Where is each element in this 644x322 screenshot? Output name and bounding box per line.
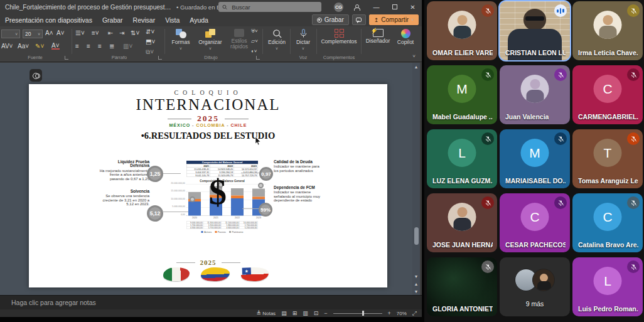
change-case-button[interactable]: Aa˅: [18, 43, 29, 50]
scroll-down-arrow[interactable]: ▼: [412, 272, 420, 280]
avatar: [594, 11, 622, 39]
previous-slide-button[interactable]: ▲: [412, 280, 420, 287]
highlight-button[interactable]: ✎˅: [35, 43, 44, 50]
mic-muted-icon: [481, 68, 494, 81]
share-button[interactable]: ↥Compartir˅: [369, 14, 419, 25]
justify-button[interactable]: ≣: [109, 43, 114, 50]
canvas-tool-button[interactable]: [30, 69, 42, 82]
grow-font-button[interactable]: A˄: [45, 30, 53, 36]
left-text-box[interactable]: Liquidez Prueba Defensiva Ha mejorado su…: [99, 159, 149, 253]
mic-muted-icon: [481, 132, 494, 145]
connector-line: [242, 208, 259, 209]
dibujo-dialog-launcher[interactable]: [256, 56, 260, 60]
align-right-button[interactable]: ≡: [98, 43, 102, 50]
slide-header-coloquio[interactable]: COLOQUIO: [29, 89, 387, 96]
addins-button[interactable]: Complementos: [319, 29, 359, 58]
participant-tile[interactable]: CCARMENGABRIEL...: [572, 65, 643, 124]
audio-level-icon: [554, 4, 567, 17]
search-input[interactable]: [230, 3, 318, 11]
bullets-button[interactable]: ☰˅: [75, 30, 85, 36]
slideshow-icon[interactable]: ⊡: [314, 310, 319, 316]
font-size-combo[interactable]: 20˅: [23, 30, 43, 38]
mic-muted-icon: [481, 4, 494, 17]
notes-toggle[interactable]: ≜ Notas: [256, 310, 276, 316]
menu-item-3[interactable]: Vista: [160, 16, 185, 24]
next-slide-button[interactable]: ▼: [412, 287, 420, 295]
participant-tile[interactable]: CCatalina Bravo Are...: [572, 193, 643, 252]
participant-tile[interactable]: LLUZ ELENA GUZM...: [427, 129, 497, 188]
text-direction-button[interactable]: ⇵˅: [146, 28, 154, 35]
align-left-button[interactable]: ≡: [75, 43, 79, 50]
zoom-slider[interactable]: [333, 313, 382, 314]
decrease-indent-button[interactable]: ⇤: [108, 30, 113, 36]
minimize-button[interactable]: —: [367, 0, 385, 14]
fit-to-window-icon[interactable]: ⤢: [412, 310, 417, 317]
restore-button[interactable]: [385, 0, 404, 14]
participant-tile[interactable]: CRISTIAN LEON LU...: [500, 1, 570, 60]
participant-tile[interactable]: 9 más: [500, 257, 570, 316]
footer-year-row: 2025: [29, 259, 387, 266]
fuente-dialog-launcher[interactable]: [65, 56, 68, 60]
mic-muted-icon: [481, 196, 494, 209]
dictate-button[interactable]: Dictar˅: [292, 29, 314, 58]
quick-styles-button[interactable]: Estilos rápidos: [227, 29, 251, 58]
share-icon: ↥: [374, 17, 379, 23]
close-button[interactable]: ✕: [404, 0, 422, 14]
shapes-button[interactable]: Formas˅: [167, 29, 195, 58]
scroll-up-arrow[interactable]: ▲: [412, 63, 420, 70]
editing-button[interactable]: Edición˅: [264, 29, 289, 58]
columns-button[interactable]: ▥˅: [123, 43, 132, 50]
notes-pane[interactable]: Haga clic para agregar notas: [0, 295, 422, 309]
country-label: COLOMBIA: [196, 123, 225, 127]
right-text-box[interactable]: Calidad de la Deuda Indicador se mantien…: [274, 159, 323, 245]
collapse-ribbon-icon[interactable]: ˅: [412, 53, 416, 59]
menu-item-2[interactable]: Revisar: [128, 16, 161, 24]
normal-view-icon[interactable]: ▤: [281, 310, 287, 316]
participant-tile[interactable]: OMAR ELIER VARE...: [427, 1, 497, 60]
letter-avatar: T: [594, 139, 622, 167]
zoom-in-button[interactable]: +: [388, 310, 391, 316]
search-bar[interactable]: [218, 2, 321, 12]
slide-title[interactable]: •6.RESULTADOS DEL ESTUDIO: [29, 131, 387, 141]
designer-button[interactable]: Diseñador: [363, 29, 393, 58]
comments-button[interactable]: [352, 14, 366, 25]
participant-tile[interactable]: MMabel Guadalupe ...: [427, 65, 497, 124]
scrollbar-thumb[interactable]: [414, 227, 419, 245]
account-avatar[interactable]: CG: [334, 3, 343, 12]
menu-item-4[interactable]: Ayuda: [185, 16, 213, 24]
line-spacing-button[interactable]: ⇅˅: [131, 30, 139, 36]
shrink-font-button[interactable]: A˅: [56, 30, 65, 36]
numbering-button[interactable]: ≡˅: [92, 30, 99, 36]
character-spacing-button[interactable]: AV˅: [1, 43, 13, 50]
slide[interactable]: COLOQUIO INTERNACIONAL 2025 MÉXICO - COL…: [29, 84, 387, 287]
shape-outline-button[interactable]: ▱˅: [251, 38, 258, 44]
menu-item-1[interactable]: Grabar: [97, 16, 128, 24]
vertical-scrollbar[interactable]: ▲ ▼ ▲ ▼: [412, 63, 420, 295]
participant-tile[interactable]: CCESAR PACHECOS...: [500, 193, 570, 252]
record-button[interactable]: Grabar: [312, 14, 349, 25]
align-text-button[interactable]: ⬒˅: [146, 38, 155, 45]
arrange-button[interactable]: Organizar˅: [195, 29, 226, 58]
participant-tile[interactable]: GLORIA ANTONIET...: [427, 257, 497, 316]
participant-tile[interactable]: MMARIAISABEL DO...: [500, 129, 570, 188]
zoom-level[interactable]: 70%: [397, 311, 407, 316]
font-color-button[interactable]: A˅: [51, 43, 60, 50]
zoom-out-button[interactable]: −: [324, 310, 327, 316]
align-center-button[interactable]: ≡: [87, 43, 90, 50]
legend-entry: Activos: [201, 230, 212, 233]
slide-sorter-icon[interactable]: ⊞: [292, 310, 298, 316]
shape-fill-button[interactable]: ⛨˅: [251, 28, 258, 35]
increase-indent-button[interactable]: ⇥: [119, 30, 124, 36]
participant-tile[interactable]: Juan Valencia: [500, 65, 570, 124]
shape-effects-button[interactable]: ◐˅: [251, 48, 257, 54]
participant-tile[interactable]: JOSE JUAN HERNA...: [427, 193, 497, 252]
participant-tile[interactable]: TTomas Aranguiz Le...: [572, 129, 643, 188]
participant-tile[interactable]: Irma Leticia Chave...: [572, 1, 643, 60]
font-name-combo[interactable]: ˅: [1, 30, 20, 38]
reading-view-icon[interactable]: ▥: [303, 310, 308, 316]
parrafo-dialog-launcher[interactable]: [158, 56, 162, 60]
participant-tile[interactable]: LLuis Pedro Roman...: [572, 257, 643, 316]
menu-item-0[interactable]: Presentación con diapositivas: [0, 16, 97, 24]
presence-icon[interactable]: [350, 0, 363, 14]
zoom-slider-thumb[interactable]: [362, 311, 364, 316]
